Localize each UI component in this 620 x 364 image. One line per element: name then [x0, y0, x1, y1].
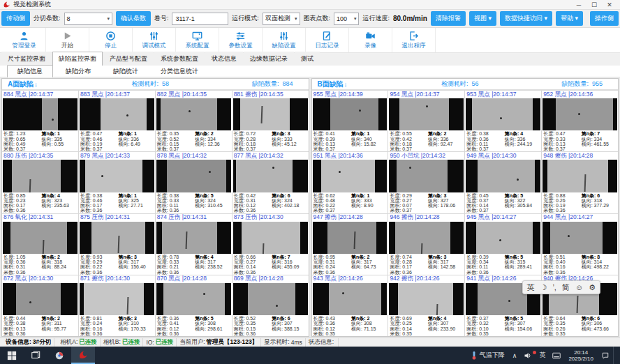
- action-log-button[interactable]: 日志记录: [306, 28, 349, 52]
- main-tab-0[interactable]: 尺寸监控界面: [1, 52, 52, 66]
- action-label: 日志记录: [316, 42, 339, 50]
- defect-mark: [508, 300, 510, 302]
- action-person-button[interactable]: 管理登录: [3, 28, 46, 52]
- sub-tab-1[interactable]: 缺陷分布: [56, 66, 101, 77]
- main-tab-2[interactable]: 产品型号配置: [103, 52, 154, 66]
- strip-number: 第n条: 7: [272, 255, 307, 259]
- defect-cell-884[interactable]: 884 黑点 |20:14:37长度: 1.23宽度: 0.65面积: 0.49…: [2, 91, 78, 151]
- defect-cell-951[interactable]: 951 黑点 |20:14:36长度: 0.62宽度: 0.48面积: 0.22…: [312, 152, 388, 213]
- action-sliders-h-button[interactable]: 参数设置: [219, 28, 263, 52]
- operator-side-button[interactable]: 操作侧: [590, 11, 619, 26]
- defect-cell-877[interactable]: 877 黑点 |20:14:32长度: 0.42宽度: 0.31面积: 0.12…: [232, 152, 309, 213]
- defect-cell-878[interactable]: 878 黑点 |20:14:32长度: 0.38宽度: 0.33面积: 0.11…: [156, 152, 232, 213]
- taskbar-clock[interactable]: 20:14 2025/2/10: [564, 349, 598, 362]
- run-mode-select[interactable]: 双面检测▾: [263, 13, 300, 25]
- defect-cell-875[interactable]: 875 压伤 |20:14:31长度: 0.93宽度: 0.29面积: 0.22…: [79, 214, 155, 275]
- action-monitor-button[interactable]: 系统配置: [176, 28, 219, 52]
- defect-cell-header: 946 擦伤 |20:14:28: [388, 214, 464, 222]
- action-play-button[interactable]: 开始: [46, 28, 89, 52]
- film-edge: [217, 98, 230, 130]
- chart-points-select[interactable]: 100▾: [334, 13, 359, 25]
- defect-cell-953[interactable]: 953 黑点 |20:14:37长度: 0.38宽度: 0.36面积: 0.11…: [465, 91, 541, 151]
- show-desktop-button[interactable]: [613, 347, 620, 364]
- hidden-icons-chevron[interactable]: ∧: [509, 347, 521, 364]
- ime-emoji-icon[interactable]: ☺: [575, 283, 583, 291]
- ime-settings-icon[interactable]: ⚙: [589, 283, 596, 292]
- defect-cell-881[interactable]: 881 擦伤 |20:14:35长度: 0.72宽度: 0.28面积: 0.18…: [232, 91, 309, 151]
- defect-cell-870[interactable]: 870 黑点 |20:14:28长度: 0.36宽度: 0.41面积: 0.12…: [156, 275, 232, 336]
- ime-simplified-chinese-icon[interactable]: 简: [562, 282, 570, 293]
- defect-cell-952[interactable]: 952 黑点 |20:14:36长度: 0.47宽度: 0.33面积: 0.13…: [542, 91, 618, 151]
- defect-cell-880[interactable]: 880 压伤 |20:14:35长度: 0.85宽度: 0.23面积: 0.17…: [2, 152, 78, 213]
- ime-punctuation-icon[interactable]: ’,: [552, 283, 556, 291]
- language-indicator[interactable]: 英: [536, 347, 549, 364]
- defect-cell-872[interactable]: 872 黑点 |20:14:30长度: 0.44宽度: 0.38面积: 0.13…: [2, 275, 78, 336]
- start-button[interactable]: [0, 347, 24, 364]
- defect-cell-879[interactable]: 879 黑点 |20:14:33长度: 0.38宽度: 0.46面积: 0.17…: [79, 152, 155, 213]
- confirm-count-button[interactable]: 确认条数: [116, 11, 151, 26]
- defect-cell-882[interactable]: 882 黑点 |20:14:35长度: 0.35宽度: 0.52面积: 0.15…: [156, 91, 232, 151]
- action-exit-button[interactable]: 退出程序: [392, 28, 436, 52]
- action-tune-button[interactable]: 调试模式: [133, 28, 176, 52]
- main-tab-3[interactable]: 系统参数配置: [154, 52, 205, 66]
- main-tab-4[interactable]: 状态信息: [205, 52, 243, 66]
- film-edge: [80, 222, 91, 254]
- defect-cell-871[interactable]: 871 擦伤 |20:14:30长度: 0.81宽度: 0.24面积: 0.16…: [79, 275, 155, 336]
- defect-cell-873[interactable]: 873 压伤 |20:14:30长度: 0.66宽度: 0.27面积: 0.14…: [232, 214, 309, 275]
- volume-icon[interactable]: [520, 347, 536, 364]
- close-button[interactable]: ✕: [602, 1, 617, 8]
- action-sliders-v-button[interactable]: 缺陷设置: [263, 28, 306, 52]
- defect-cell-946[interactable]: 946 擦伤 |20:14:28长度: 0.74宽度: 0.28面积: 0.17…: [388, 214, 464, 275]
- defect-cell-876[interactable]: 876 氧化 |20:14:31长度: 1.05宽度: 0.36面积: 0.31…: [2, 214, 78, 275]
- roll-number-input[interactable]: 3117-1: [172, 13, 228, 25]
- area-value: 面积: 0.11: [157, 203, 195, 208]
- weather-widget[interactable]: 气温下降: [466, 351, 509, 360]
- help-menu-button[interactable]: 帮助 ▾: [556, 11, 583, 26]
- length-value: 长度: 0.88: [543, 193, 582, 198]
- longitudinal-value: 纵向: 306: [582, 321, 617, 326]
- defect-cell-947[interactable]: 947 擦伤 |20:14:28长度: 0.95宽度: 0.31面积: 0.24…: [312, 214, 388, 275]
- meter-value: 米数: 0.37: [390, 208, 428, 213]
- sub-tab-2[interactable]: 缺陷统计: [103, 66, 148, 77]
- view-menu-button[interactable]: 视图 ▾: [469, 11, 496, 26]
- action-camera-button[interactable]: 录像: [349, 28, 392, 52]
- defect-cell-949[interactable]: 949 黑点 |20:14:30长度: 0.45宽度: 0.37面积: 0.14…: [465, 152, 541, 213]
- ime-icon[interactable]: [549, 347, 564, 364]
- status-label: 当前用户:: [179, 338, 205, 347]
- pinned-app-icon[interactable]: [47, 347, 71, 364]
- minimize-button[interactable]: ─: [571, 1, 586, 8]
- main-tab-6[interactable]: 测试: [295, 52, 320, 66]
- maximize-button[interactable]: ☐: [586, 1, 602, 8]
- chevron-down-icon: ▾: [103, 16, 110, 22]
- defect-cell-942[interactable]: 942 擦伤 |20:14:26长度: 0.69宽度: 0.25面积: 0.14…: [388, 275, 464, 336]
- defect-cell-945[interactable]: 945 黑点 |20:14:27长度: 0.39宽度: 0.34面积: 0.11…: [465, 214, 541, 275]
- film-edge: [80, 160, 86, 192]
- defect-cell-869[interactable]: 869 黑点 |20:14:28长度: 0.52宽度: 0.35面积: 0.15…: [232, 275, 309, 336]
- width-value: 宽度: 0.26: [543, 198, 582, 203]
- defect-cell-944[interactable]: 944 黑点 |20:14:27长度: 0.51宽度: 0.40面积: 0.16…: [542, 214, 618, 275]
- data-quick-access-menu-button[interactable]: 数据快捷访问 ▾: [500, 11, 552, 26]
- inspection-app-taskbar-button[interactable]: [71, 347, 95, 364]
- sub-tab-3[interactable]: 分类信息统计: [151, 66, 208, 77]
- drive-side-button[interactable]: 传动侧: [1, 11, 30, 26]
- action-center-icon[interactable]: [598, 347, 613, 364]
- defect-cell-883[interactable]: 883 黑点 |20:14:37长度: 0.47宽度: 0.46面积: 0.19…: [79, 91, 155, 151]
- main-tab-5[interactable]: 边缘数据记录: [244, 52, 294, 66]
- main-tab-1[interactable]: 缺陷监控界面: [52, 52, 103, 66]
- defect-cell-948[interactable]: 948 擦伤 |20:14:28长度: 0.88宽度: 0.26面积: 0.19…: [542, 152, 618, 213]
- defect-cell-943[interactable]: 943 黑点 |20:14:26长度: 0.43宽度: 0.36面积: 0.12…: [312, 275, 388, 336]
- task-view-button[interactable]: [24, 347, 47, 364]
- ime-toolbar[interactable]: 英☽’,简☺⚙: [522, 280, 600, 294]
- defect-cell-950[interactable]: 950 小凹坑 |20:14:32长度: 0.29宽度: 0.27面积: 0.0…: [388, 152, 464, 213]
- defect-cell-874[interactable]: 874 压伤 |20:14:31长度: 0.78宽度: 0.33面积: 0.21…: [156, 214, 232, 275]
- area-value: 面积: 0.22: [80, 264, 119, 269]
- action-stop-button[interactable]: 停止: [89, 28, 133, 52]
- defect-cell-955[interactable]: 955 黑点 |20:14:39长度: 0.41宽度: 0.39面积: 0.13…: [312, 91, 388, 151]
- clear-alarm-button[interactable]: 清除报警: [431, 11, 466, 26]
- sub-tab-0[interactable]: 缺陷信息: [7, 65, 53, 78]
- defect-cell-954[interactable]: 954 黑点 |20:14:37长度: 0.55宽度: 0.42面积: 0.18…: [388, 91, 464, 151]
- ime-lang-en-icon[interactable]: 英: [527, 282, 535, 293]
- split-count-select[interactable]: 8▾: [64, 13, 112, 25]
- film-edge: [295, 283, 307, 315]
- ime-night-mode-icon[interactable]: ☽: [540, 283, 547, 292]
